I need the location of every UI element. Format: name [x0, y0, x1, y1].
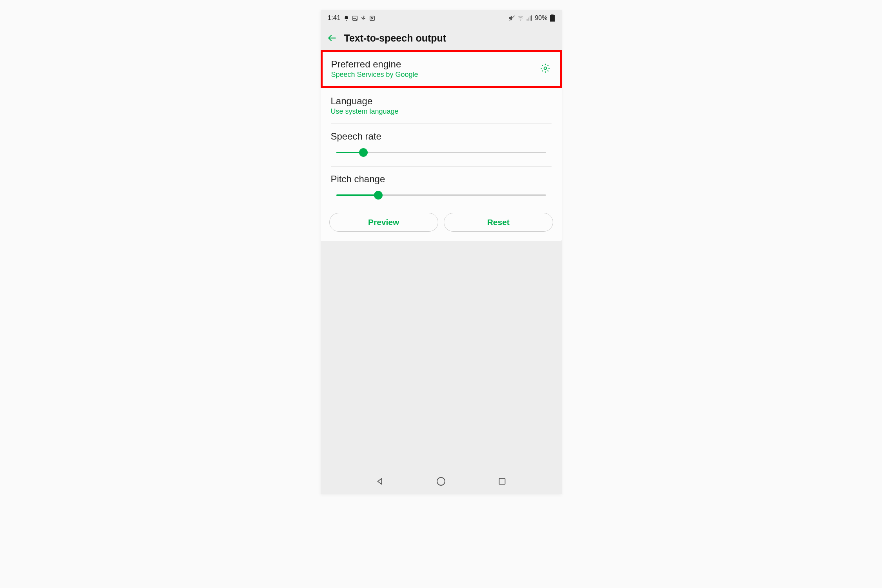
battery-icon [550, 15, 555, 22]
nav-back-icon[interactable] [375, 476, 385, 486]
wifi-icon [517, 15, 524, 21]
battery-percent: 90% [535, 15, 547, 22]
back-arrow-icon[interactable] [327, 33, 337, 43]
engine-value: Speech Services by Google [331, 71, 551, 79]
reset-button[interactable]: Reset [444, 213, 553, 232]
svg-point-6 [437, 477, 445, 485]
image-icon [352, 15, 358, 21]
speech-rate-slider[interactable] [336, 149, 546, 156]
language-label: Language [331, 96, 552, 107]
pitch-slider[interactable] [336, 192, 546, 199]
speech-rate-row: Speech rate [321, 124, 562, 166]
pitch-thumb[interactable] [374, 191, 383, 200]
svg-rect-4 [550, 15, 555, 22]
phone-frame: 1:41 90% [321, 10, 562, 494]
mute-icon [509, 15, 515, 21]
svg-rect-3 [551, 15, 554, 15]
preview-button[interactable]: Preview [329, 213, 439, 232]
svg-rect-0 [352, 16, 357, 20]
bell-icon [343, 15, 349, 21]
signal-icon [526, 15, 532, 21]
status-bar: 1:41 90% [321, 10, 562, 26]
status-left: 1:41 [328, 14, 375, 22]
preferred-engine-row[interactable]: Preferred engine Speech Services by Goog… [321, 50, 562, 88]
pitch-label: Pitch change [331, 174, 552, 185]
status-time: 1:41 [328, 14, 341, 22]
buttons-row: Preview Reset [321, 209, 562, 241]
pitch-row: Pitch change [321, 167, 562, 209]
settings-card: Preferred engine Speech Services by Goog… [321, 50, 562, 241]
fan-icon [361, 15, 367, 21]
engine-label: Preferred engine [331, 59, 551, 70]
svg-rect-7 [499, 479, 505, 485]
speech-rate-thumb[interactable] [359, 148, 368, 157]
status-right: 90% [509, 15, 554, 22]
language-row[interactable]: Language Use system language [321, 88, 562, 123]
close-box-icon [369, 15, 375, 21]
svg-point-5 [544, 67, 546, 69]
svg-point-2 [521, 20, 521, 20]
language-value: Use system language [331, 107, 552, 116]
page-title: Text-to-speech output [344, 33, 446, 44]
pitch-fill [336, 194, 378, 196]
speech-rate-label: Speech rate [331, 131, 552, 142]
gear-icon[interactable] [540, 63, 550, 75]
app-bar: Text-to-speech output [321, 26, 562, 50]
nav-home-icon[interactable] [436, 476, 446, 486]
nav-bar [321, 468, 562, 494]
nav-recent-icon[interactable] [497, 476, 507, 486]
